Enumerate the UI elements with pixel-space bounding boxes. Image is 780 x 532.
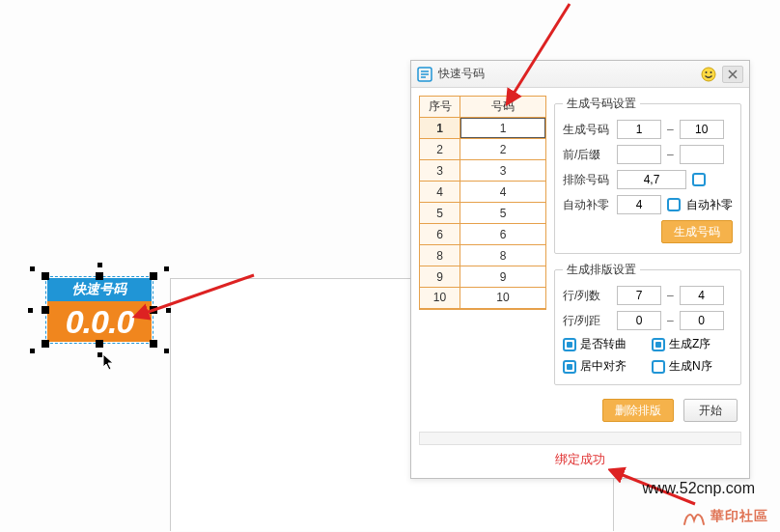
- table-cell-seq: 4: [420, 182, 460, 203]
- progress-bar: [419, 432, 741, 445]
- table-cell-val: 5: [460, 203, 546, 224]
- col-num-header: 号码: [460, 97, 546, 118]
- autozero-width-input[interactable]: [617, 195, 661, 214]
- autozero-label: 自动补零: [563, 197, 611, 213]
- prefix-label: 前/后缀: [563, 147, 611, 163]
- quick-number-dialog: 快速号码 序号 号码 11223344556688991010 生成号码设置: [410, 60, 750, 479]
- table-row[interactable]: 1010: [420, 288, 546, 309]
- table-row[interactable]: 44: [420, 182, 546, 203]
- colgap-input[interactable]: [680, 311, 724, 330]
- table-row[interactable]: 88: [420, 245, 546, 266]
- exclude-input[interactable]: [617, 170, 686, 189]
- range-label: 生成号码: [563, 122, 611, 138]
- table-cell-val: 1: [460, 118, 546, 139]
- range-to-input[interactable]: [680, 120, 724, 139]
- center-label: 居中对齐: [580, 358, 627, 375]
- exclude-label: 排除号码: [563, 172, 611, 188]
- table-cell-seq: 10: [420, 288, 460, 309]
- dialog-titlebar[interactable]: 快速号码: [411, 61, 749, 88]
- delete-layout-button[interactable]: 删除排版: [602, 399, 674, 422]
- watermark-brand: 華印社區: [710, 508, 768, 525]
- norder-label: 生成N序: [669, 358, 712, 375]
- object-value: 0.0.0: [47, 301, 152, 342]
- table-row[interactable]: 55: [420, 203, 546, 224]
- start-button[interactable]: 开始: [683, 399, 738, 422]
- dialog-title: 快速号码: [438, 66, 485, 82]
- table-cell-val: 6: [460, 224, 546, 245]
- zorder-label: 生成Z序: [669, 336, 710, 352]
- layout-settings-legend: 生成排版设置: [563, 262, 640, 278]
- table-row[interactable]: 11: [420, 118, 546, 139]
- generate-button[interactable]: 生成号码: [661, 220, 733, 243]
- svg-point-3: [710, 71, 712, 73]
- rowgap-input[interactable]: [617, 311, 661, 330]
- cols-input[interactable]: [680, 286, 724, 305]
- spacing-label: 行/列距: [563, 313, 611, 329]
- generate-settings-legend: 生成号码设置: [563, 96, 640, 112]
- autozero-check-label: 自动补零: [686, 197, 733, 213]
- table-cell-val: 4: [460, 182, 546, 203]
- close-button[interactable]: [722, 66, 743, 83]
- norder-checkbox[interactable]: [652, 360, 665, 374]
- table-cell-val: 10: [460, 288, 546, 309]
- generate-settings-group: 生成号码设置 生成号码 – 前/后缀 – 排除号码: [554, 96, 741, 254]
- table-cell-seq: 6: [420, 224, 460, 245]
- autozero-checkbox[interactable]: [667, 198, 681, 211]
- table-cell-seq: 1: [420, 118, 460, 139]
- table-cell-seq: 8: [420, 245, 460, 266]
- rotate-checkbox[interactable]: [563, 338, 576, 351]
- app-icon: [417, 67, 432, 82]
- exclude-checkbox[interactable]: [692, 173, 706, 186]
- table-row[interactable]: 22: [420, 139, 546, 160]
- smile-icon[interactable]: [701, 67, 716, 82]
- table-cell-seq: 5: [420, 203, 460, 224]
- cursor-icon: [102, 353, 116, 371]
- table-row[interactable]: 33: [420, 160, 546, 182]
- suffix-input[interactable]: [680, 145, 724, 164]
- watermark: 華印社區: [682, 507, 768, 526]
- object-caption: 快速号码: [47, 278, 152, 301]
- layout-settings-group: 生成排版设置 行/列数 – 行/列距 – 是否转曲 生成Z序 居中对齐: [554, 262, 741, 385]
- center-checkbox[interactable]: [563, 360, 576, 374]
- table-cell-val: 8: [460, 245, 546, 266]
- number-table[interactable]: 序号 号码 11223344556688991010: [419, 96, 546, 385]
- table-cell-val: 9: [460, 266, 546, 288]
- rows-input[interactable]: [617, 286, 661, 305]
- table-cell-val: 2: [460, 139, 546, 160]
- watermark-icon: [682, 507, 707, 526]
- status-text: 绑定成功: [411, 447, 749, 478]
- svg-point-1: [702, 68, 715, 81]
- grid-label: 行/列数: [563, 288, 611, 304]
- close-icon: [728, 70, 738, 79]
- selected-object[interactable]: 快速号码 0.0.0: [47, 278, 152, 342]
- range-from-input[interactable]: [617, 120, 661, 139]
- table-cell-seq: 2: [420, 139, 460, 160]
- rotate-label: 是否转曲: [580, 336, 627, 352]
- table-row[interactable]: 66: [420, 224, 546, 245]
- table-cell-seq: 9: [420, 266, 460, 288]
- svg-point-2: [706, 71, 708, 73]
- zorder-checkbox[interactable]: [652, 338, 665, 351]
- table-cell-val: 3: [460, 160, 546, 182]
- table-row[interactable]: 99: [420, 266, 546, 288]
- table-cell-seq: 3: [420, 160, 460, 182]
- col-seq-header: 序号: [420, 97, 460, 118]
- prefix-input[interactable]: [617, 145, 661, 164]
